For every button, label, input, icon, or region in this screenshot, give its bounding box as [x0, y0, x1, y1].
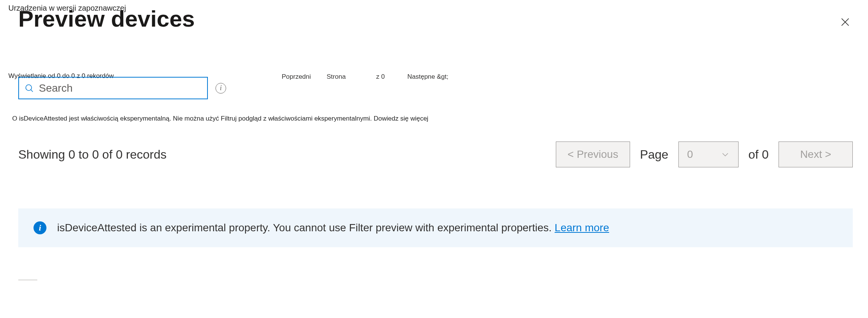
info-banner-text: isDeviceAttested is an experimental prop… — [57, 222, 609, 234]
pagination: < Previous Page 0 of 0 Next > — [556, 142, 853, 167]
divider — [18, 280, 37, 280]
learn-more-link[interactable]: Learn more — [555, 222, 609, 234]
previous-button[interactable]: < Previous — [556, 142, 630, 167]
svg-line-3 — [31, 89, 33, 91]
overlay-of-pl: z 0 — [376, 73, 385, 81]
overlay-page-pl: Strona — [327, 73, 346, 81]
svg-point-2 — [26, 84, 32, 90]
close-button[interactable] — [838, 14, 853, 30]
page-select-value: 0 — [687, 148, 693, 161]
page-select[interactable]: 0 — [678, 142, 739, 167]
info-banner-icon: i — [34, 221, 46, 234]
search-box[interactable] — [18, 77, 208, 99]
records-count: Showing 0 to 0 of 0 records — [18, 148, 167, 162]
page-title: Preview devices — [18, 6, 195, 32]
of-label: of 0 — [748, 148, 769, 162]
search-icon — [24, 83, 34, 93]
info-banner: i isDeviceAttested is an experimental pr… — [18, 208, 853, 247]
next-button[interactable]: Next > — [779, 142, 853, 167]
chevron-down-icon — [721, 150, 730, 159]
search-input[interactable] — [39, 82, 202, 94]
info-icon[interactable]: i — [215, 83, 226, 94]
overlay-next-pl: Następne &gt; — [407, 73, 448, 81]
close-icon — [840, 17, 850, 27]
info-banner-message: isDeviceAttested is an experimental prop… — [57, 222, 555, 234]
page-label: Page — [640, 148, 669, 162]
overlay-experimental-pl: O isDeviceAttested jest właściwością eks… — [12, 115, 428, 122]
overlay-prev-pl: Poprzedni — [282, 73, 311, 81]
